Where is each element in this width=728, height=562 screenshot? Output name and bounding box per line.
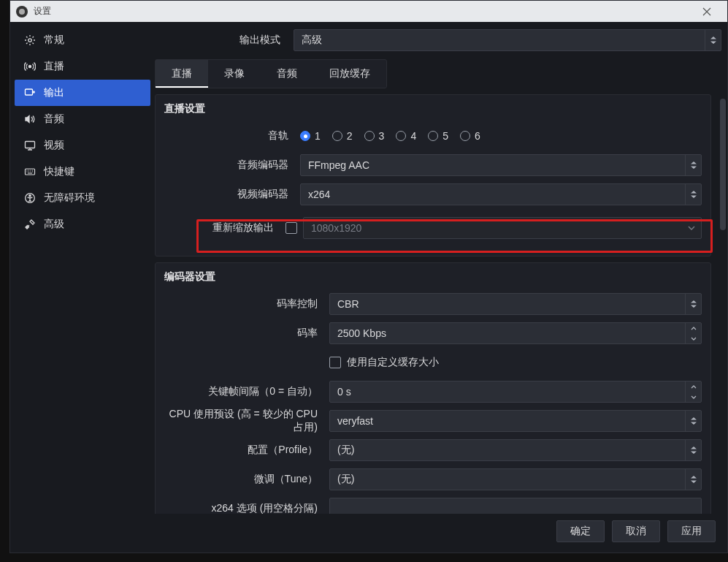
sidebar-item-label: 高级 [44, 218, 64, 231]
gear-icon [23, 34, 37, 47]
keyframe-up[interactable] [686, 381, 701, 392]
tab-audio[interactable]: 音频 [261, 60, 313, 88]
encoder-settings-panel: 编码器设置 码率控制 CBR 码率 2500 Kbps 使用自定义缓存大小 [155, 262, 711, 514]
output-mode-value: 高级 [302, 34, 322, 47]
titlebar[interactable]: 设置 [10, 1, 727, 22]
sidebar-item-general[interactable]: 常规 [15, 27, 150, 53]
sidebar-item-label: 音频 [44, 113, 64, 126]
app-icon [16, 6, 28, 18]
cancel-button[interactable]: 取消 [612, 520, 660, 542]
background-taskbar [0, 553, 728, 562]
sidebar-item-output[interactable]: 输出 [15, 80, 150, 106]
audio-encoder-label: 音频编码器 [164, 159, 294, 172]
output-mode-select[interactable]: 高级 [294, 29, 721, 51]
custom-buffer-checkbox[interactable] [329, 357, 341, 368]
video-encoder-label: 视频编码器 [164, 188, 294, 201]
stream-settings-panel: 直播设置 音轨 1 2 3 4 5 6 [155, 94, 711, 257]
audio-track-2[interactable]: 2 [332, 130, 353, 142]
video-encoder-select[interactable]: x264 [300, 183, 702, 205]
sidebar-item-label: 视频 [44, 139, 64, 152]
sidebar-item-advanced[interactable]: 高级 [15, 211, 150, 238]
speaker-icon [23, 113, 37, 126]
main-content: 输出模式 高级 直播 录像 音频 回放缓存 直播设置 [155, 26, 727, 549]
tab-stream[interactable]: 直播 [156, 60, 208, 88]
audio-track-3[interactable]: 3 [364, 130, 385, 142]
svg-point-0 [28, 39, 31, 42]
sidebar-item-label: 直播 [44, 60, 64, 73]
sidebar-item-label: 常规 [44, 34, 64, 47]
audio-track-6[interactable]: 6 [460, 130, 480, 142]
cpu-preset-label: CPU 使用预设 (高 = 较少的 CPU占用) [164, 408, 323, 434]
settings-window: 设置 常规 直播 输出 音频 视频 [9, 0, 728, 553]
close-button[interactable] [692, 1, 721, 22]
apply-button[interactable]: 应用 [667, 520, 716, 542]
rate-control-select[interactable]: CBR [329, 293, 702, 315]
background-strut-left [0, 0, 9, 562]
audio-track-5[interactable]: 5 [428, 130, 448, 142]
sidebar-item-accessibility[interactable]: 无障碍环境 [15, 185, 150, 211]
profile-label: 配置（Profile） [164, 444, 323, 457]
keyframe-down[interactable] [686, 392, 701, 402]
sidebar-item-label: 输出 [44, 86, 64, 99]
tab-replay-buffer[interactable]: 回放缓存 [313, 60, 386, 88]
rate-control-label: 码率控制 [164, 297, 323, 311]
monitor-icon [23, 139, 37, 152]
keyframe-spinner[interactable]: 0 s [329, 381, 702, 403]
output-icon [23, 86, 37, 99]
audio-track-radios: 1 2 3 4 5 6 [300, 130, 702, 142]
window-title: 设置 [34, 5, 51, 18]
stream-settings-title: 直播设置 [164, 102, 702, 115]
cpu-preset-select[interactable]: veryfast [329, 410, 702, 432]
bitrate-down[interactable] [686, 333, 701, 343]
footer-buttons: 确定 取消 应用 [155, 514, 727, 549]
svg-rect-3 [26, 142, 35, 148]
sidebar-item-label: 无障碍环境 [44, 191, 95, 205]
scrollbar-thumb[interactable] [720, 99, 726, 230]
scrollbar[interactable] [720, 99, 726, 470]
antenna-icon [23, 60, 37, 73]
tune-select[interactable]: (无) [329, 468, 702, 490]
x264-opts-label: x264 选项 (用空格分隔) [164, 502, 323, 514]
ok-button[interactable]: 确定 [556, 520, 605, 542]
output-mode-row: 输出模式 高级 [155, 26, 727, 55]
tools-icon [23, 218, 37, 231]
accessibility-icon [23, 191, 37, 205]
rescale-checkbox[interactable] [286, 222, 297, 234]
svg-point-6 [29, 195, 31, 197]
sidebar-item-stream[interactable]: 直播 [15, 53, 150, 80]
profile-select[interactable]: (无) [329, 439, 702, 461]
rescale-resolution-select[interactable]: 1080x1920 [303, 217, 702, 239]
bitrate-label: 码率 [164, 327, 323, 340]
tab-record[interactable]: 录像 [208, 60, 261, 88]
encoder-settings-title: 编码器设置 [164, 270, 702, 284]
svg-rect-4 [26, 169, 35, 175]
audio-encoder-select[interactable]: FFmpeg AAC [300, 154, 702, 176]
sidebar: 常规 直播 输出 音频 视频 快捷键 [15, 26, 150, 549]
sidebar-item-label: 快捷键 [44, 165, 74, 178]
svg-rect-2 [26, 89, 33, 95]
audio-track-label: 音轨 [164, 129, 294, 143]
bitrate-spinner[interactable]: 2500 Kbps [329, 322, 702, 344]
svg-point-1 [28, 65, 31, 67]
sidebar-item-audio[interactable]: 音频 [15, 106, 150, 132]
custom-buffer-label: 使用自定义缓存大小 [347, 356, 439, 369]
sidebar-item-hotkeys[interactable]: 快捷键 [15, 159, 150, 185]
sidebar-item-video[interactable]: 视频 [15, 132, 150, 159]
bitrate-up[interactable] [686, 323, 701, 333]
audio-track-4[interactable]: 4 [396, 130, 416, 142]
x264-opts-input[interactable] [329, 498, 702, 514]
keyboard-icon [23, 165, 37, 178]
output-mode-label: 输出模式 [155, 34, 288, 47]
audio-track-1[interactable]: 1 [300, 130, 321, 142]
rescale-label: 重新缩放输出 [164, 221, 280, 235]
tune-label: 微调（Tune） [164, 473, 323, 486]
keyframe-label: 关键帧间隔（0 = 自动） [164, 385, 323, 398]
output-tabs: 直播 录像 音频 回放缓存 [155, 59, 387, 88]
